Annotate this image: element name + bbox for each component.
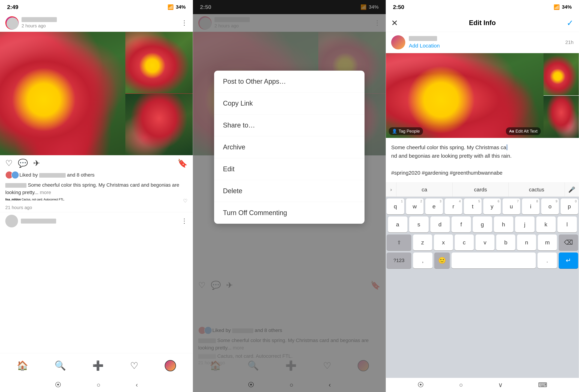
autocomplete-cactus[interactable]: cactus bbox=[508, 183, 565, 197]
popup-copy-link[interactable]: Copy Link bbox=[214, 92, 364, 114]
comment-username[interactable]: lisa_mildon bbox=[5, 198, 21, 201]
caption-edit-area[interactable]: Some cheerful color this spring. My Chri… bbox=[386, 138, 579, 183]
more-options-button[interactable]: ⋮ bbox=[181, 19, 187, 27]
key-num-1: 1 bbox=[401, 200, 403, 203]
share-button[interactable]: ✈ bbox=[33, 158, 40, 168]
key-x[interactable]: x bbox=[434, 235, 453, 250]
key-w[interactable]: 2w bbox=[406, 198, 424, 214]
key-k[interactable]: k bbox=[536, 217, 556, 232]
key-b[interactable]: b bbox=[496, 235, 515, 250]
home-button[interactable]: ○ bbox=[97, 381, 100, 389]
edit-user-info: Add Location bbox=[409, 36, 562, 49]
key-n[interactable]: n bbox=[517, 235, 536, 250]
key-label-l: l bbox=[567, 221, 568, 228]
autocomplete-cards[interactable]: cards bbox=[453, 183, 509, 197]
key-p[interactable]: 0p bbox=[561, 198, 578, 214]
popup-post-to-other-apps[interactable]: Post to Other Apps… bbox=[214, 71, 364, 92]
down-chevron-btn[interactable]: ∨ bbox=[498, 381, 503, 389]
delete-key[interactable]: ⌫ bbox=[559, 235, 578, 250]
key-t[interactable]: 5t bbox=[464, 198, 482, 214]
status-time-3: 2:50 bbox=[393, 4, 404, 10]
home-btn-3[interactable]: ○ bbox=[459, 381, 463, 389]
popup-share-to[interactable]: Share to… bbox=[214, 114, 364, 136]
key-m[interactable]: m bbox=[538, 235, 557, 250]
key-num-8: 8 bbox=[536, 200, 538, 203]
shift-key[interactable]: ⇧ bbox=[387, 235, 411, 250]
mic-icon: 🎤 bbox=[568, 186, 575, 193]
key-q[interactable]: 1q bbox=[387, 198, 404, 214]
key-z[interactable]: z bbox=[413, 235, 432, 250]
tag-people-button[interactable]: 👤 Tag People bbox=[389, 127, 423, 135]
post-avatar-ring[interactable] bbox=[5, 16, 19, 30]
like-button[interactable]: ♡ bbox=[5, 158, 12, 168]
popup-menu: Post to Other Apps… Copy Link Share to… … bbox=[214, 71, 364, 224]
key-label-v: v bbox=[484, 239, 487, 246]
text-cursor bbox=[506, 145, 508, 150]
period-label: . bbox=[547, 257, 548, 264]
key-label-r: r bbox=[452, 203, 454, 210]
create-nav-button[interactable]: ➕ bbox=[92, 360, 104, 371]
profile-nav-button[interactable] bbox=[165, 360, 176, 371]
search-nav-button[interactable]: 🔍 bbox=[55, 360, 66, 371]
keyboard-btn[interactable]: ⌨ bbox=[538, 381, 547, 389]
popup-turn-off-commenting[interactable]: Turn Off Commenting bbox=[214, 202, 364, 224]
add-location-button[interactable]: Add Location bbox=[409, 43, 440, 49]
activity-nav-button[interactable]: ♡ bbox=[130, 360, 138, 371]
key-label-w: w bbox=[413, 203, 417, 210]
key-i[interactable]: 8i bbox=[522, 198, 540, 214]
key-g[interactable]: g bbox=[473, 217, 492, 232]
key-h[interactable]: h bbox=[494, 217, 513, 232]
key-num-5: 5 bbox=[478, 200, 480, 203]
space-key[interactable] bbox=[451, 252, 536, 268]
confirm-button[interactable]: ✓ bbox=[567, 18, 574, 28]
key-a[interactable]: a bbox=[388, 217, 407, 232]
action-bar-1: ♡ 💬 ✈ 🔖 bbox=[0, 155, 193, 171]
edit-alt-text-button[interactable]: Aa Edit Alt Text bbox=[506, 127, 541, 135]
recents-button[interactable]: ⦿ bbox=[55, 381, 61, 389]
key-label-c: c bbox=[463, 239, 466, 246]
comment-like-button[interactable]: ♡ bbox=[183, 198, 187, 204]
edit-images: 👤 Tag People Aa Edit Alt Text bbox=[386, 53, 579, 138]
key-e[interactable]: 3e bbox=[425, 198, 443, 214]
emoji-icon: 🙂 bbox=[438, 257, 446, 264]
shift-icon: ⇧ bbox=[397, 240, 401, 245]
bottom-nav-1: 🏠 🔍 ➕ ♡ bbox=[0, 353, 193, 378]
popup-delete[interactable]: Delete bbox=[214, 180, 364, 202]
close-button[interactable]: ✕ bbox=[391, 18, 398, 28]
back-button[interactable]: ‹ bbox=[136, 381, 138, 389]
autocomplete-ca[interactable]: ca bbox=[396, 183, 453, 197]
key-y[interactable]: 6y bbox=[483, 198, 501, 214]
key-r[interactable]: 4r bbox=[445, 198, 462, 214]
next-post-options[interactable]: ⋮ bbox=[181, 217, 187, 225]
flower-side-images bbox=[125, 32, 193, 155]
popup-edit[interactable]: Edit bbox=[214, 158, 364, 180]
return-key[interactable]: ↵ bbox=[559, 252, 578, 268]
period-key[interactable]: . bbox=[537, 252, 557, 268]
microphone-button[interactable]: 🎤 bbox=[565, 183, 579, 197]
popup-archive[interactable]: Archive bbox=[214, 136, 364, 158]
key-f[interactable]: f bbox=[451, 217, 471, 232]
emoji-key[interactable]: 🙂 bbox=[434, 252, 450, 268]
home-nav-button[interactable]: 🏠 bbox=[17, 360, 28, 371]
more-link[interactable]: more bbox=[40, 190, 51, 195]
comma-key[interactable]: , bbox=[413, 252, 433, 268]
key-v[interactable]: v bbox=[476, 235, 495, 250]
post-options[interactable]: ⋮ bbox=[181, 19, 187, 27]
key-label-d: d bbox=[438, 221, 442, 228]
bookmark-button[interactable]: 🔖 bbox=[177, 158, 187, 168]
key-u[interactable]: 7u bbox=[503, 198, 520, 214]
key-label-y: y bbox=[491, 203, 493, 210]
edit-main-image: 👤 Tag People Aa Edit Alt Text bbox=[386, 53, 544, 138]
num-switch-key[interactable]: ?123 bbox=[387, 252, 411, 268]
autocomplete-arrow[interactable]: › bbox=[386, 183, 396, 197]
recents-btn-3[interactable]: ⦿ bbox=[418, 381, 424, 389]
key-d[interactable]: d bbox=[430, 217, 450, 232]
key-s[interactable]: s bbox=[409, 217, 429, 232]
avatar[interactable] bbox=[6, 17, 18, 29]
comment-button[interactable]: 💬 bbox=[18, 158, 28, 168]
key-c[interactable]: c bbox=[455, 235, 474, 250]
key-j[interactable]: j bbox=[515, 217, 534, 232]
key-o[interactable]: 9o bbox=[541, 198, 559, 214]
key-l[interactable]: l bbox=[558, 217, 577, 232]
flower-image-bg bbox=[0, 32, 193, 155]
